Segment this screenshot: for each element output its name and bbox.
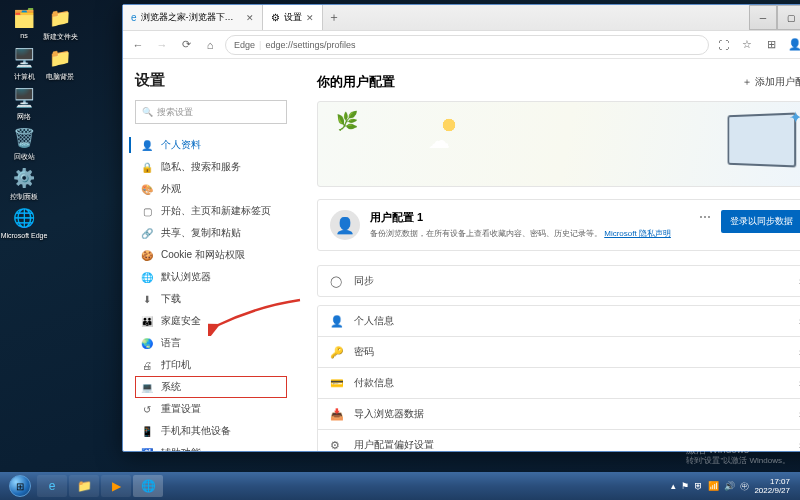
language-icon: 🌏	[141, 338, 153, 349]
nav-profiles[interactable]: 👤个人资料	[135, 134, 287, 156]
taskbar-edge[interactable]: 🌐	[133, 475, 163, 497]
gear-icon: ⚙️	[12, 166, 36, 190]
taskbar-ie[interactable]: e	[37, 475, 67, 497]
nav-system[interactable]: 💻系统	[135, 376, 287, 398]
windows-icon: ⊞	[9, 475, 31, 497]
nav-phone[interactable]: 📱手机和其他设备	[135, 420, 287, 442]
sync-row[interactable]: ◯ 同步 ›	[317, 265, 800, 297]
nav-printers[interactable]: 🖨打印机	[135, 354, 287, 376]
taskbar-explorer[interactable]: 📁	[69, 475, 99, 497]
browser-window: e 浏览器之家-浏览器下载排行榜20… ✕ ⚙ 设置 ✕ ＋ ─ ▢ ✕ ← →…	[122, 4, 800, 452]
taskbar: ⊞ e 📁 ▶ 🌐 ▴ ⚑ ⛨ 📶 🔊 ㊥ 17:07 2022/9/27	[0, 472, 800, 500]
tray-sound-icon[interactable]: 🔊	[724, 481, 735, 491]
edge-icon: 🌐	[12, 206, 36, 230]
network-icon: 🖥️	[12, 86, 36, 110]
laptop-icon	[728, 112, 797, 167]
nav-downloads[interactable]: ⬇下载	[135, 288, 287, 310]
profile-name: 用户配置 1	[370, 210, 689, 225]
url-text: edge://settings/profiles	[265, 40, 355, 50]
share-icon: 🔗	[141, 228, 153, 239]
add-profile-button[interactable]: ＋ 添加用户配置	[742, 75, 800, 89]
taskbar-clock[interactable]: 17:07 2022/9/27	[754, 477, 790, 495]
nav-family[interactable]: 👪家庭安全	[135, 310, 287, 332]
tab-settings[interactable]: ⚙ 设置 ✕	[263, 5, 323, 30]
printer-icon: 🖨	[141, 360, 153, 371]
option-payments[interactable]: 💳付款信息›	[317, 367, 800, 398]
settings-title: 设置	[135, 71, 287, 90]
cookie-icon: 🍪	[141, 250, 153, 261]
minimize-button[interactable]: ─	[749, 5, 777, 30]
new-tab-button[interactable]: ＋	[323, 5, 345, 30]
tray-network-icon[interactable]: 📶	[708, 481, 719, 491]
tray-shield-icon[interactable]: ⛨	[694, 481, 703, 491]
desktop-icon-wallpaper[interactable]: 📁电脑背景	[44, 46, 76, 82]
tray-up-icon[interactable]: ▴	[671, 481, 676, 491]
favorites-icon[interactable]: ☆	[739, 37, 755, 53]
option-personal-info[interactable]: 👤个人信息›	[317, 305, 800, 336]
folder-icon: 📁	[48, 46, 72, 70]
nav-startup[interactable]: ▢开始、主页和新建标签页	[135, 200, 287, 222]
options-group: 👤个人信息› 🔑密码› 💳付款信息› 📥导入浏览器数据› ⚙用户配置偏好设置›	[317, 305, 800, 451]
nav-accessibility[interactable]: ♿辅助功能	[135, 442, 287, 451]
option-import[interactable]: 📥导入浏览器数据›	[317, 398, 800, 429]
home-button[interactable]: ⌂	[201, 36, 219, 54]
taskbar-mediaplayer[interactable]: ▶	[101, 475, 131, 497]
leaves-icon: 🌿	[336, 110, 358, 132]
engine-label: Edge	[234, 40, 255, 50]
read-aloud-icon[interactable]: ⛶	[715, 37, 731, 53]
nav-privacy[interactable]: 🔒隐私、搜索和服务	[135, 156, 287, 178]
back-button[interactable]: ←	[129, 36, 147, 54]
desktop-icon-recyclebin[interactable]: 🗑️回收站	[8, 126, 40, 162]
nav-reset[interactable]: ↺重置设置	[135, 398, 287, 420]
url-input[interactable]: Edge | edge://settings/profiles	[225, 35, 709, 55]
start-button[interactable]: ⊞	[4, 474, 36, 498]
cloud-icon: ☁	[428, 128, 450, 154]
desktop-icons: 🗂️ns 📁新建文件夹 🖥️计算机 📁电脑背景 🖥️网络 🗑️回收站 ⚙️控制面…	[8, 6, 76, 239]
desktop-icon-ns[interactable]: 🗂️ns	[8, 6, 40, 42]
forward-button[interactable]: →	[153, 36, 171, 54]
content: 设置 搜索设置 👤个人资料 🔒隐私、搜索和服务 🎨外观 ▢开始、主页和新建标签页…	[123, 59, 800, 451]
desktop-icon-newfolder[interactable]: 📁新建文件夹	[44, 6, 76, 42]
browser-icon: 🌐	[141, 272, 153, 283]
nav-share[interactable]: 🔗共享、复制和粘贴	[135, 222, 287, 244]
system-tray: ▴ ⚑ ⛨ 📶 🔊 ㊥ 17:07 2022/9/27	[671, 477, 796, 495]
tab-browserhome[interactable]: e 浏览器之家-浏览器下载排行榜20… ✕	[123, 5, 263, 30]
desktop-icon-computer[interactable]: 🖥️计算机	[8, 46, 40, 82]
close-icon[interactable]: ✕	[246, 13, 254, 23]
nav-languages[interactable]: 🌏语言	[135, 332, 287, 354]
tray-flag-icon[interactable]: ⚑	[681, 481, 689, 491]
trash-icon: 🗑️	[12, 126, 36, 150]
nav-appearance[interactable]: 🎨外观	[135, 178, 287, 200]
profile-more-button[interactable]: ⋯	[699, 210, 711, 224]
desktop-icon-edge[interactable]: 🌐Microsoft Edge	[8, 206, 40, 239]
privacy-link[interactable]: Microsoft 隐私声明	[604, 229, 671, 238]
person-icon: 👤	[330, 315, 344, 328]
signin-button[interactable]: 登录以同步数据	[721, 210, 800, 233]
option-passwords[interactable]: 🔑密码›	[317, 336, 800, 367]
sparkle-icon: ✦	[789, 108, 800, 127]
collections-icon[interactable]: ⊞	[763, 37, 779, 53]
main-title: 你的用户配置	[317, 73, 395, 91]
search-settings-input[interactable]: 搜索设置	[135, 100, 287, 124]
desktop-icon-network[interactable]: 🖥️网络	[8, 86, 40, 122]
settings-sidebar: 设置 搜索设置 👤个人资料 🔒隐私、搜索和服务 🎨外观 ▢开始、主页和新建标签页…	[123, 59, 299, 451]
desktop-icon-controlpanel[interactable]: ⚙️控制面板	[8, 166, 40, 202]
computer-icon: 🖥️	[12, 46, 36, 70]
maximize-button[interactable]: ▢	[777, 5, 800, 30]
address-bar: ← → ⟳ ⌂ Edge | edge://settings/profiles …	[123, 31, 800, 59]
profile-desc: 备份浏览数据，在所有设备上查看收藏内容、密码、历史记录等。 Microsoft …	[370, 228, 689, 240]
tray-ime-icon[interactable]: ㊥	[740, 480, 749, 493]
avatar-icon: 👤	[330, 210, 360, 240]
settings-main: 你的用户配置 ＋ 添加用户配置 🌿 ☁ ✦ 👤 用户配置 1 备份浏览数据，在所…	[299, 59, 800, 451]
tab-icon: ▢	[141, 206, 153, 217]
nav-default-browser[interactable]: 🌐默认浏览器	[135, 266, 287, 288]
nav-cookies[interactable]: 🍪Cookie 和网站权限	[135, 244, 287, 266]
ie-icon: e	[131, 12, 137, 23]
refresh-button[interactable]: ⟳	[177, 36, 195, 54]
key-icon: 🔑	[330, 346, 344, 359]
profile-avatar-icon[interactable]: 👤	[787, 37, 800, 53]
close-icon[interactable]: ✕	[306, 13, 314, 23]
accessibility-icon: ♿	[141, 448, 153, 452]
profile-card: 👤 用户配置 1 备份浏览数据，在所有设备上查看收藏内容、密码、历史记录等。 M…	[317, 199, 800, 251]
gear-icon: ⚙	[271, 12, 280, 23]
